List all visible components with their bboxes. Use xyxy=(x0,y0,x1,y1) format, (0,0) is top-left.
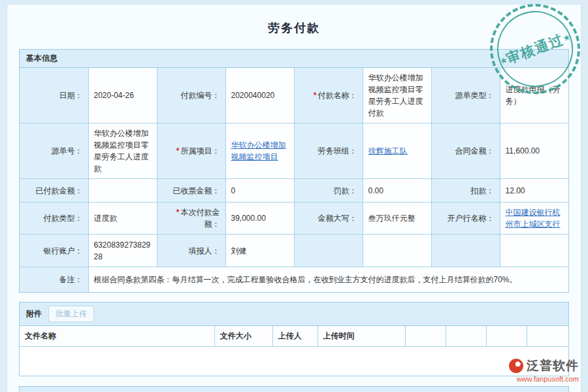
required-mark: * xyxy=(176,146,180,155)
field-invoiced-amount-label: 已收票金额： xyxy=(157,179,225,203)
field-source-type-label: 源单类型： xyxy=(431,68,500,123)
field-pay-name-label: *付款名称： xyxy=(294,68,363,123)
column-upload-time: 上传时间 xyxy=(318,326,405,347)
field-pay-name-value: 华软办公楼增加视频监控项目零星劳务工人进度付款 xyxy=(363,68,431,123)
fanpu-logo: 泛普软件 www.fanpusoft.com xyxy=(509,357,579,383)
attachments-empty-row xyxy=(20,347,568,376)
field-current-amount-value: 39,000.00 xyxy=(225,203,294,235)
field-source-no-label: 源单号： xyxy=(20,123,88,179)
field-fine-label: 罚款： xyxy=(294,179,363,203)
field-pay-no-value: 2020040020 xyxy=(225,68,294,123)
field-bank-name-label: 开户行名称： xyxy=(431,203,500,235)
stamp-text: 审核通过 xyxy=(504,30,566,68)
field-project-value: 华软办公楼增加视频监控项目 xyxy=(225,123,294,179)
required-mark: * xyxy=(176,208,180,217)
fanpu-brand-icon xyxy=(509,359,523,373)
stamp-star-icon: ★ xyxy=(561,31,572,43)
attachments-header: 附件 批量上传 xyxy=(20,302,568,326)
project-link[interactable]: 华软办公楼增加视频监控项目 xyxy=(231,140,286,161)
field-bank-name-value: 中国建设银行杭州市上城区支行 xyxy=(500,203,568,235)
field-pay-no-label: 付款编号： xyxy=(157,68,225,123)
column-file-size: 文件大小 xyxy=(214,326,272,347)
field-amount-words-label: 金额大写： xyxy=(294,203,363,235)
field-paid-amount-value xyxy=(88,179,157,203)
fanpu-brand-text: 泛普软件 xyxy=(527,357,579,374)
next-section-bar xyxy=(19,386,569,392)
field-labor-team-value: 徐辉施工队 xyxy=(363,123,431,179)
field-current-amount-label: *本次付款金额： xyxy=(157,203,225,235)
column-uploader: 上传人 xyxy=(272,326,318,347)
empty-value-cell xyxy=(500,235,568,267)
field-source-no-value: 华软办公楼增加视频监控项目零星劳务工人进度款 xyxy=(88,123,157,179)
attachments-header-row: 文件名称 文件大小 上传人 上传时间 xyxy=(20,326,568,347)
table-row: 银行账户： 632083927382928 填报人： 刘健 xyxy=(20,235,568,267)
column-file-name: 文件名称 xyxy=(20,326,214,347)
basic-info-header: 基本信息 xyxy=(20,50,568,68)
field-fine-value: 0.00 xyxy=(363,179,431,203)
column-empty xyxy=(446,326,487,347)
field-labor-team-label: 劳务班组： xyxy=(294,123,363,179)
field-preparer-label: 填报人： xyxy=(157,235,225,267)
field-contract-amount-value: 11,600.00 xyxy=(500,123,568,179)
field-amount-words-value: 叁万玖仟元整 xyxy=(363,203,431,235)
table-row: 付款类型： 进度款 *本次付款金额： 39,000.00 金额大写： 叁万玖仟元… xyxy=(20,203,568,235)
field-contract-amount-label: 合同金额： xyxy=(431,123,500,179)
column-empty xyxy=(527,326,568,347)
fanpu-url: www.fanpusoft.com xyxy=(509,375,579,383)
table-row: 源单号： 华软办公楼增加视频监控项目零星劳务工人进度款 *所属项目： 华软办公楼… xyxy=(20,123,568,179)
bank-name-link[interactable]: 中国建设银行杭州市上城区支行 xyxy=(506,208,561,229)
empty-value-cell xyxy=(363,235,431,267)
field-pay-type-value: 进度款 xyxy=(88,203,157,235)
attachments-section: 附件 批量上传 文件名称 文件大小 上传人 上传时间 xyxy=(19,302,569,376)
table-row: 日期： 2020-04-26 付款编号： 2020040020 *付款名称： 华… xyxy=(20,68,568,123)
attachments-header-label: 附件 xyxy=(26,308,42,319)
stamp-star-icon: ★ xyxy=(498,54,509,66)
field-remark-value: 根据合同条款第四条：每月结算一次，完成工程量验收合格后，在收到业主方支付的进度款… xyxy=(88,267,568,292)
field-pay-type-label: 付款类型： xyxy=(20,203,88,235)
attachments-empty-area xyxy=(20,347,568,376)
field-remark-label: 备注： xyxy=(20,267,88,292)
empty-label-cell xyxy=(294,235,363,267)
table-row: 已付款金额： 已收票金额： 0 罚款： 0.00 扣款： 12.00 xyxy=(20,179,568,203)
empty-label-cell xyxy=(431,235,500,267)
field-bank-account-value: 632083927382928 xyxy=(88,235,157,267)
column-empty xyxy=(487,326,527,347)
batch-upload-button[interactable]: 批量上传 xyxy=(48,306,94,322)
basic-info-section: 基本信息 日期： 2020-04-26 付款编号： 2020040020 *付款… xyxy=(19,49,569,293)
field-date-value: 2020-04-26 xyxy=(88,68,157,123)
field-project-label: *所属项目： xyxy=(157,123,225,179)
field-deduction-label: 扣款： xyxy=(431,179,500,203)
column-empty xyxy=(406,326,446,347)
attachments-table: 文件名称 文件大小 上传人 上传时间 xyxy=(20,326,568,376)
labor-team-link[interactable]: 徐辉施工队 xyxy=(368,146,408,155)
field-date-label: 日期： xyxy=(20,68,88,123)
field-bank-account-label: 银行账户： xyxy=(20,235,88,267)
field-paid-amount-label: 已付款金额： xyxy=(20,179,88,203)
table-row: 备注： 根据合同条款第四条：每月结算一次，完成工程量验收合格后，在收到业主方支付… xyxy=(20,267,568,292)
field-invoiced-amount-value: 0 xyxy=(225,179,294,203)
basic-info-header-label: 基本信息 xyxy=(26,53,57,64)
field-deduction-value: 12.00 xyxy=(500,179,568,203)
field-preparer-value: 刘健 xyxy=(225,235,294,267)
basic-info-table: 日期： 2020-04-26 付款编号： 2020040020 *付款名称： 华… xyxy=(20,68,568,292)
required-mark: * xyxy=(314,91,317,100)
